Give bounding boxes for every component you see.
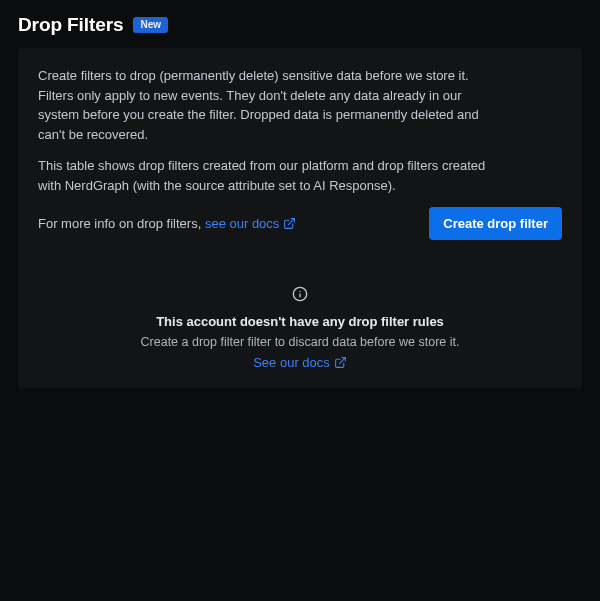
- svg-line-4: [339, 358, 345, 364]
- empty-state-title: This account doesn't have any drop filte…: [156, 314, 444, 329]
- empty-docs-link-label: See our docs: [253, 355, 330, 370]
- panel-description-1: Create filters to drop (permanently dele…: [38, 66, 498, 144]
- info-icon: [292, 286, 308, 302]
- empty-state-docs-link[interactable]: See our docs: [253, 355, 347, 370]
- external-link-icon: [334, 356, 347, 369]
- external-link-icon: [283, 217, 296, 230]
- page-header: Drop Filters New: [18, 14, 582, 36]
- info-row: For more info on drop filters, see our d…: [38, 207, 562, 240]
- create-drop-filter-button[interactable]: Create drop filter: [429, 207, 562, 240]
- new-badge: New: [133, 17, 168, 33]
- more-info-text: For more info on drop filters, see our d…: [38, 216, 296, 231]
- empty-state: This account doesn't have any drop filte…: [38, 286, 562, 370]
- docs-link-label: see our docs: [205, 216, 279, 231]
- more-info-prefix: For more info on drop filters,: [38, 216, 205, 231]
- drop-filters-panel: Create filters to drop (permanently dele…: [18, 48, 582, 388]
- page-title: Drop Filters: [18, 14, 123, 36]
- empty-state-subtitle: Create a drop filter filter to discard d…: [141, 335, 460, 349]
- panel-description-2: This table shows drop filters created fr…: [38, 156, 498, 195]
- see-our-docs-link[interactable]: see our docs: [205, 216, 296, 231]
- svg-line-0: [289, 219, 295, 225]
